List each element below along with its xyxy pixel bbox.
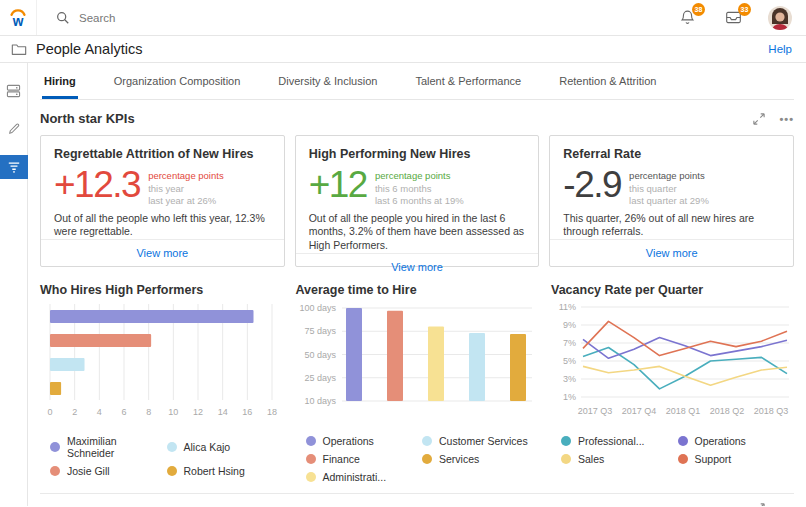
kpi-meta: percentage points this 6 months last 6 m… bbox=[375, 165, 464, 208]
tab-organization-composition[interactable]: Organization Composition bbox=[112, 63, 243, 99]
svg-text:6: 6 bbox=[121, 407, 126, 417]
tab-talent-performance[interactable]: Talent & Performance bbox=[413, 63, 523, 99]
kpi-section-header: North star KPIs ••• bbox=[40, 111, 794, 126]
svg-text:w: w bbox=[12, 13, 24, 28]
kpi-period: this 6 months bbox=[375, 183, 464, 196]
notifications-button[interactable]: 38 bbox=[676, 7, 698, 29]
kpi-period: this year bbox=[148, 183, 224, 196]
kpi-value: +12.3 bbox=[54, 165, 140, 205]
legend-item: Support bbox=[678, 453, 795, 465]
kpi-meta: percentage points this year last year at… bbox=[148, 165, 224, 208]
view-more-link[interactable]: View more bbox=[296, 253, 539, 281]
legend-dot bbox=[167, 466, 177, 476]
chart-title: Who Hires High Performers bbox=[40, 283, 283, 297]
legend-item: Services bbox=[422, 453, 539, 465]
tab-hiring[interactable]: Hiring bbox=[42, 63, 78, 99]
chart-who-hires-high-performers: Who Hires High Performers 02468101214161… bbox=[40, 283, 283, 483]
help-link[interactable]: Help bbox=[768, 43, 792, 55]
kpi-unit: percentage points bbox=[375, 170, 464, 183]
kpi-card-title: Referral Rate bbox=[563, 147, 780, 161]
legend-dot bbox=[306, 472, 316, 482]
folder-icon bbox=[11, 42, 27, 56]
svg-text:16: 16 bbox=[242, 407, 252, 417]
kpi-previous: last 6 months at 19% bbox=[375, 195, 464, 208]
legend-item: Customer Services bbox=[422, 435, 539, 447]
legend-item: Operations bbox=[306, 435, 423, 447]
svg-text:2018 Q3: 2018 Q3 bbox=[754, 406, 789, 416]
edit-button[interactable] bbox=[0, 117, 28, 141]
legend-item: Finance bbox=[306, 453, 423, 465]
search-placeholder: Search bbox=[79, 12, 115, 24]
svg-text:12: 12 bbox=[193, 407, 203, 417]
legend-item: Sales bbox=[561, 453, 678, 465]
chart-title: Average time to Hire bbox=[296, 283, 539, 297]
kpi-meta: percentage points this quarter last quar… bbox=[629, 165, 709, 208]
svg-text:2018 Q2: 2018 Q2 bbox=[710, 406, 745, 416]
filter-button[interactable] bbox=[0, 155, 28, 179]
svg-text:25 days: 25 days bbox=[304, 373, 336, 383]
avatar-photo bbox=[768, 6, 792, 30]
svg-text:10 days: 10 days bbox=[304, 396, 336, 406]
dashboard-icon bbox=[6, 84, 21, 98]
kpi-previous: last quarter at 29% bbox=[629, 195, 709, 208]
left-toolbar bbox=[0, 63, 28, 506]
legend-dot bbox=[422, 436, 432, 446]
legend-dot bbox=[50, 442, 60, 452]
svg-text:2: 2 bbox=[72, 407, 77, 417]
svg-text:11%: 11% bbox=[559, 302, 576, 312]
tab-diversity-inclusion[interactable]: Diversity & Inclusion bbox=[276, 63, 379, 99]
stories-question: What are the top stories for Quality of … bbox=[40, 503, 382, 506]
svg-text:50 days: 50 days bbox=[304, 350, 336, 360]
workday-logo[interactable]: w bbox=[0, 0, 37, 35]
kpi-cards-row: Regrettable Attrition of New Hires +12.3… bbox=[40, 135, 794, 267]
svg-text:2018 Q1: 2018 Q1 bbox=[666, 406, 701, 416]
svg-text:2017 Q4: 2017 Q4 bbox=[622, 406, 657, 416]
legend-item: Administrati... bbox=[306, 471, 423, 483]
kpi-period: this quarter bbox=[629, 183, 709, 196]
svg-text:14: 14 bbox=[218, 407, 228, 417]
who-hires-chart-canvas[interactable]: 024681012141618 bbox=[40, 299, 283, 431]
kpi-card-regrettable-attrition: Regrettable Attrition of New Hires +12.3… bbox=[40, 135, 285, 267]
expand-icon[interactable] bbox=[753, 503, 765, 506]
kpi-card-title: High Performing New Hires bbox=[309, 147, 526, 161]
inbox-button[interactable]: 33 bbox=[722, 7, 744, 29]
legend-item: Professional... bbox=[561, 435, 678, 447]
svg-text:7%: 7% bbox=[563, 338, 576, 348]
chart-average-time-to-hire: Average time to Hire 10 days25 days50 da… bbox=[296, 283, 539, 483]
search-input[interactable]: Search bbox=[37, 0, 676, 35]
view-more-link[interactable]: View more bbox=[550, 239, 793, 267]
legend-dot bbox=[306, 436, 316, 446]
kpi-description: This quarter, 26% out of all new hires a… bbox=[563, 212, 780, 240]
svg-text:9%: 9% bbox=[563, 320, 576, 330]
legend-dot bbox=[678, 454, 688, 464]
legend-item: Josie Gill bbox=[50, 465, 167, 477]
legend-dot bbox=[678, 436, 688, 446]
page-title: People Analytics bbox=[36, 41, 142, 57]
profile-avatar[interactable] bbox=[768, 6, 792, 30]
vacancy-chart-canvas[interactable]: 1%3%5%7%9%11%2017 Q32017 Q42018 Q12018 Q… bbox=[551, 299, 794, 431]
more-options-icon[interactable]: ••• bbox=[779, 116, 794, 122]
svg-text:8: 8 bbox=[146, 407, 151, 417]
avg-time-chart-canvas[interactable]: 10 days25 days50 days75 days100 days bbox=[296, 299, 539, 431]
chart-legend: Operations Customer Services Finance Ser… bbox=[296, 435, 539, 483]
svg-text:5%: 5% bbox=[563, 356, 576, 366]
search-icon bbox=[56, 11, 70, 25]
expand-icon[interactable] bbox=[753, 113, 765, 125]
svg-text:2017 Q3: 2017 Q3 bbox=[578, 406, 613, 416]
svg-text:3%: 3% bbox=[563, 374, 576, 384]
notifications-badge: 38 bbox=[692, 3, 705, 16]
kpi-unit: percentage points bbox=[629, 170, 709, 183]
dashboard-view-button[interactable] bbox=[0, 79, 28, 103]
tab-retention-attrition[interactable]: Retention & Attrition bbox=[557, 63, 658, 99]
inbox-badge: 33 bbox=[738, 3, 751, 16]
legend-item: Alica Kajo bbox=[167, 435, 284, 459]
legend-item: Robert Hsing bbox=[167, 465, 284, 477]
svg-text:10: 10 bbox=[168, 407, 178, 417]
svg-text:75 days: 75 days bbox=[304, 326, 336, 336]
dashboard-tabs: Hiring Organization Composition Diversit… bbox=[40, 63, 794, 100]
legend-dot bbox=[167, 442, 177, 452]
view-more-link[interactable]: View more bbox=[41, 239, 284, 267]
svg-text:18: 18 bbox=[267, 407, 277, 417]
workday-logo-icon: w bbox=[7, 7, 29, 29]
legend-dot bbox=[561, 436, 571, 446]
